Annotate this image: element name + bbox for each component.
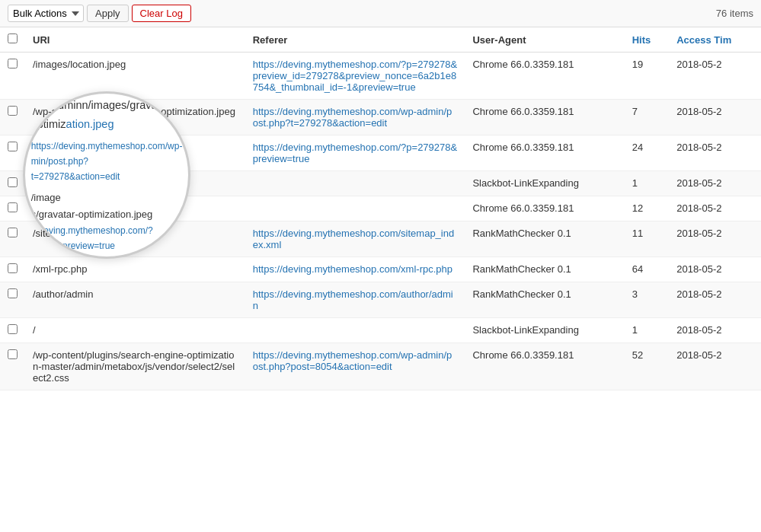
row-checkbox-cell (0, 196, 25, 221)
row-checkbox[interactable] (8, 324, 18, 334)
row-hits: 7 (625, 100, 669, 135)
table-row: /xml-rpc.phphttps://deving.mythemeshop.c… (0, 257, 761, 282)
access-sort-link[interactable]: Access Tim (676, 34, 731, 46)
row-hits: 3 (625, 282, 669, 318)
row-access-time: 2018-05-2 (669, 257, 761, 282)
row-uri: / (25, 171, 245, 196)
row-hits: 12 (625, 196, 669, 221)
table-row: /sitemap_index.xmlhttps://deving.mytheme… (0, 221, 761, 257)
row-uri: /wp-adminn/images/gravatar-optimization.… (25, 100, 245, 135)
row-checkbox-cell (0, 221, 25, 257)
row-access-time: 2018-05-2 (669, 196, 761, 221)
row-hits: 1 (625, 171, 669, 196)
toolbar: Bulk Actions Apply Clear Log 76 items (0, 0, 761, 27)
row-uri: /seo-checkup (25, 196, 245, 221)
row-uri: / (25, 318, 245, 343)
header-useragent: User-Agent (465, 27, 624, 53)
table-container: URI Referer User-Agent Hits Access Tim (0, 27, 761, 390)
row-checkbox-cell (0, 318, 25, 343)
row-hits: 64 (625, 257, 669, 282)
row-useragent: Slackbot-LinkExpanding (465, 318, 624, 343)
row-uri: /images/gravatar-optimization.jpeg (25, 135, 245, 171)
row-referer: https://deving.mythemeshop.com/author/ad… (245, 282, 465, 318)
row-useragent: Chrome 66.0.3359.181 (465, 53, 624, 100)
row-uri: /author/admin (25, 282, 245, 318)
header-uri: URI (25, 27, 245, 53)
table-row: /Slackbot-LinkExpanding12018-05-2 (0, 318, 761, 343)
table-row: /images/location.jpeghttps://deving.myth… (0, 53, 761, 100)
row-checkbox[interactable] (8, 142, 18, 151)
row-referer: https://deving.mythemeshop.com/wp-admin/… (245, 100, 465, 135)
row-useragent: RankMathChecker 0.1 (465, 257, 624, 282)
row-checkbox[interactable] (8, 349, 18, 359)
table-header-row: URI Referer User-Agent Hits Access Tim (0, 27, 761, 53)
row-referer (245, 196, 465, 221)
select-all-checkbox[interactable] (8, 33, 18, 43)
hits-sort-link[interactable]: Hits (632, 34, 651, 46)
clear-log-button[interactable]: Clear Log (132, 5, 191, 22)
log-table: URI Referer User-Agent Hits Access Tim (0, 27, 761, 390)
row-checkbox[interactable] (8, 288, 18, 298)
table-row: /seo-checkupChrome 66.0.3359.181122018-0… (0, 196, 761, 221)
row-useragent: Slackbot-LinkExpanding (465, 171, 624, 196)
row-checkbox[interactable] (8, 177, 18, 187)
header-access[interactable]: Access Tim (669, 27, 761, 53)
table-row: /Slackbot-LinkExpanding12018-05-2 (0, 171, 761, 196)
row-uri: /wp-content/plugins/search-engine-optimi… (25, 343, 245, 390)
header-hits[interactable]: Hits (625, 27, 669, 53)
row-checkbox-cell (0, 100, 25, 135)
row-access-time: 2018-05-2 (669, 318, 761, 343)
row-referer: https://deving.mythemeshop.com/?p=279278… (245, 53, 465, 100)
referer-link[interactable]: https://deving.mythemeshop.com/author/ad… (253, 288, 453, 311)
toolbar-left: Bulk Actions Apply Clear Log (8, 5, 191, 22)
table-row: /wp-adminn/images/gravatar-optimization.… (0, 100, 761, 135)
row-hits: 24 (625, 135, 669, 171)
row-access-time: 2018-05-2 (669, 343, 761, 390)
table-row: /images/gravatar-optimization.jpeghttps:… (0, 135, 761, 171)
referer-link[interactable]: https://deving.mythemeshop.com/sitemap_i… (253, 228, 454, 250)
row-hits: 11 (625, 221, 669, 257)
row-checkbox-cell (0, 53, 25, 100)
row-access-time: 2018-05-2 (669, 53, 761, 100)
header-referer: Referer (245, 27, 465, 53)
row-access-time: 2018-05-2 (669, 221, 761, 257)
row-uri: /images/location.jpeg (25, 53, 245, 100)
row-referer: https://deving.mythemeshop.com/xml-rpc.p… (245, 257, 465, 282)
row-uri: /xml-rpc.php (25, 257, 245, 282)
row-checkbox-cell (0, 135, 25, 171)
row-referer (245, 318, 465, 343)
apply-button[interactable]: Apply (87, 5, 129, 22)
referer-link[interactable]: https://deving.mythemeshop.com/wp-admin/… (253, 106, 452, 129)
row-useragent: Chrome 66.0.3359.181 (465, 196, 624, 221)
row-hits: 19 (625, 53, 669, 100)
row-checkbox[interactable] (8, 263, 18, 273)
row-checkbox-cell (0, 257, 25, 282)
row-checkbox[interactable] (8, 202, 18, 212)
row-uri: /sitemap_index.xml (25, 221, 245, 257)
row-referer: https://deving.mythemeshop.com/sitemap_i… (245, 221, 465, 257)
row-referer: https://deving.mythemeshop.com/?p=279278… (245, 135, 465, 171)
referer-link[interactable]: https://deving.mythemeshop.com/wp-admin/… (253, 349, 452, 372)
referer-link[interactable]: https://deving.mythemeshop.com/?p=279278… (253, 59, 457, 93)
table-row: /wp-content/plugins/search-engine-optimi… (0, 343, 761, 390)
bulk-actions-select[interactable]: Bulk Actions (8, 5, 84, 22)
row-useragent: Chrome 66.0.3359.181 (465, 100, 624, 135)
row-checkbox-cell (0, 282, 25, 318)
row-access-time: 2018-05-2 (669, 282, 761, 318)
row-checkbox[interactable] (8, 106, 18, 116)
row-referer: https://deving.mythemeshop.com/wp-admin/… (245, 343, 465, 390)
row-useragent: Chrome 66.0.3359.181 (465, 343, 624, 390)
row-checkbox[interactable] (8, 59, 18, 68)
referer-link[interactable]: https://deving.mythemeshop.com/?p=279278… (253, 142, 457, 164)
row-checkbox[interactable] (8, 228, 18, 237)
header-checkbox[interactable] (0, 27, 25, 53)
row-access-time: 2018-05-2 (669, 135, 761, 171)
row-useragent: RankMathChecker 0.1 (465, 282, 624, 318)
items-count: 76 items (716, 8, 753, 19)
row-access-time: 2018-05-2 (669, 171, 761, 196)
row-useragent: RankMathChecker 0.1 (465, 221, 624, 257)
referer-link[interactable]: https://deving.mythemeshop.com/xml-rpc.p… (253, 263, 452, 275)
row-hits: 52 (625, 343, 669, 390)
page-wrapper: Bulk Actions Apply Clear Log 76 items UR… (0, 0, 761, 390)
row-access-time: 2018-05-2 (669, 100, 761, 135)
